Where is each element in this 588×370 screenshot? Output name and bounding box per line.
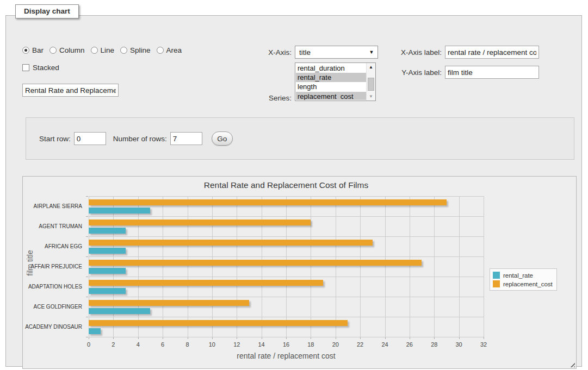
category-band-african-egg [89, 236, 484, 256]
bar-replacement-cost[interactable] [89, 320, 348, 326]
legend-label-rental-rate: rental_rate [503, 272, 533, 279]
bar-replacement-cost[interactable] [89, 260, 422, 266]
x-tick-label: 24 [381, 341, 388, 348]
radio-area-icon[interactable] [157, 47, 164, 54]
bar-rental-rate[interactable] [89, 268, 126, 274]
x-tick-label: 30 [456, 341, 462, 348]
chart-type-option-area[interactable]: Area [157, 46, 182, 54]
chart-type-option-column[interactable]: Column [49, 46, 85, 54]
y-axis-labels: AIRPLANE SIERRAAGENT TRUMANAFRICAN EGGAF… [25, 196, 85, 337]
x-axis-select-label: X-Axis: [240, 48, 292, 57]
legend-label-replacement-cost: replacement_cost [503, 281, 553, 287]
series-option-replacement-cost[interactable]: replacement_cost [296, 92, 366, 100]
listbox-scrollbar[interactable]: ▲ ▼ [366, 63, 375, 101]
stacked-label: Stacked [33, 64, 59, 72]
bar-replacement-cost[interactable] [89, 300, 249, 306]
rows-panel: Start row: Number of rows: Go [26, 117, 574, 160]
chart-type-option-bar[interactable]: Bar [22, 46, 44, 54]
radio-column-icon[interactable] [49, 47, 57, 54]
number-of-rows-input[interactable] [170, 132, 202, 145]
y-tick-mark [86, 256, 88, 257]
x-tick-label: 22 [357, 341, 363, 348]
category-label-ace-goldfinger: ACE GOLDFINGER [25, 297, 85, 317]
radio-bar-icon[interactable] [22, 47, 29, 54]
x-axis-select[interactable]: title ▼ [295, 46, 378, 59]
x-tick-label: 6 [161, 341, 164, 348]
x-tick-label: 4 [137, 341, 140, 348]
y-tick-mark [86, 337, 88, 337]
chart-title: Rental Rate and Replacement Cost of Film… [89, 180, 484, 190]
gridline-vertical [484, 196, 484, 337]
go-button[interactable]: Go [212, 131, 233, 146]
legend-swatch-replacement-cost [493, 280, 500, 287]
bar-replacement-cost[interactable] [89, 280, 323, 286]
series-listbox[interactable]: rental_durationrental_ratelengthreplacem… [295, 62, 376, 101]
scroll-up-icon[interactable]: ▲ [367, 63, 375, 71]
chart-type-option-line[interactable]: Line [91, 46, 115, 54]
y-tick-mark [86, 277, 88, 277]
bar-rental-rate[interactable] [89, 248, 126, 254]
gridline-horizontal [89, 337, 484, 337]
number-of-rows-label: Number of rows: [113, 135, 167, 143]
y-axis-label-label: Y-Axis label: [390, 68, 442, 77]
chart-title-input[interactable] [22, 84, 119, 97]
x-tick-label: 20 [332, 341, 339, 348]
y-axis-label-input[interactable] [445, 66, 539, 79]
start-row-label: Start row: [39, 135, 71, 143]
series-option-rental-duration[interactable]: rental_duration [296, 64, 366, 73]
x-tick-label: 14 [258, 341, 265, 348]
resize-grip-icon[interactable] [569, 361, 575, 367]
chart-type-group: BarColumnLineSplineArea [22, 46, 182, 54]
x-tick-label: 0 [87, 341, 90, 348]
radio-label-column: Column [59, 46, 85, 54]
chevron-down-icon[interactable]: ▼ [366, 49, 377, 55]
series-listbox-options: rental_durationrental_ratelengthreplacem… [296, 64, 366, 100]
x-axis-label-input[interactable] [445, 46, 539, 59]
category-label-affair-prejudice: AFFAIR PREJUDICE [25, 256, 85, 277]
bar-replacement-cost[interactable] [89, 240, 373, 246]
bar-rental-rate[interactable] [89, 308, 150, 314]
scrollbar-thumb[interactable] [368, 78, 374, 91]
radio-label-line: Line [101, 46, 115, 54]
y-tick-mark [86, 196, 88, 197]
bar-rental-rate[interactable] [89, 228, 126, 234]
bar-rental-rate[interactable] [89, 208, 150, 214]
stacked-option[interactable]: Stacked [22, 64, 59, 72]
radio-label-spline: Spline [130, 46, 151, 54]
start-row-input[interactable] [74, 132, 106, 145]
scroll-down-icon[interactable]: ▼ [367, 92, 375, 101]
radio-label-bar: Bar [32, 46, 44, 54]
category-label-agent-truman: AGENT TRUMAN [25, 216, 85, 236]
category-label-adaptation-holes: ADAPTATION HOLES [25, 277, 85, 297]
category-band-affair-prejudice [89, 256, 484, 277]
bar-rental-rate[interactable] [89, 288, 126, 294]
category-label-airplane-sierra: AIRPLANE SIERRA [25, 196, 85, 216]
stacked-checkbox[interactable] [22, 64, 29, 71]
chart-type-option-spline[interactable]: Spline [120, 46, 151, 54]
chart-legend: rental_ratereplacement_cost [490, 268, 557, 291]
radio-line-icon[interactable] [91, 47, 98, 54]
radio-spline-icon[interactable] [120, 47, 127, 54]
category-band-academy-dinosaur [89, 317, 484, 337]
x-tick-label: 12 [233, 341, 240, 348]
x-axis-label-label: X-Axis label: [390, 48, 442, 57]
series-option-length[interactable]: length [296, 82, 366, 91]
x-tick-label: 2 [112, 341, 115, 348]
series-option-rental-rate[interactable]: rental_rate [296, 73, 366, 82]
bar-rental-rate[interactable] [89, 328, 101, 334]
category-label-african-egg: AFRICAN EGG [25, 236, 85, 256]
x-tick-label: 28 [431, 341, 437, 348]
bar-replacement-cost[interactable] [89, 220, 311, 225]
category-band-ace-goldfinger [89, 297, 484, 317]
y-tick-mark [86, 216, 88, 217]
radio-label-area: Area [166, 46, 182, 54]
legend-swatch-rental-rate [493, 272, 500, 279]
category-band-adaptation-holes [89, 277, 484, 297]
page: Display chart BarColumnLineSplineArea St… [0, 0, 588, 370]
legend-item-rental-rate: rental_rate [493, 272, 553, 279]
rows-panel-controls: Start row: Number of rows: Go [39, 131, 233, 146]
bar-replacement-cost[interactable] [89, 199, 447, 205]
x-tick-label: 10 [209, 341, 215, 348]
y-tick-mark [86, 317, 88, 317]
x-tick-label: 8 [185, 341, 189, 348]
